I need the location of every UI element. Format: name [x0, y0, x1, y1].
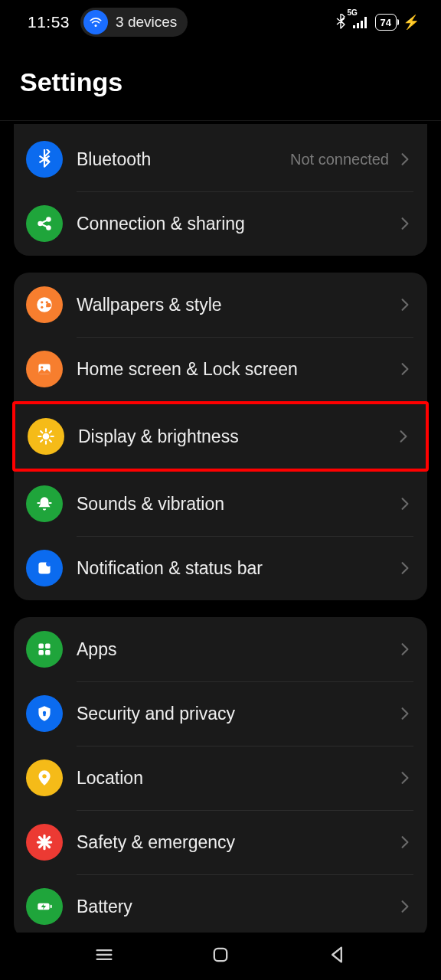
status-right: 5G 74 ⚡: [335, 14, 420, 31]
bluetooth-icon: [26, 141, 63, 178]
bluetooth-status-icon: [335, 14, 346, 31]
row-label: Sounds & vibration: [77, 494, 397, 514]
settings-row-wallpapers[interactable]: Wallpapers & style: [14, 273, 427, 337]
signal-icon: 5G: [352, 16, 369, 28]
chevron-right-icon: [397, 560, 413, 577]
svg-rect-1: [214, 949, 227, 961]
row-label: Display & brightness: [78, 426, 395, 447]
apps-icon: [26, 631, 63, 668]
chevron-right-icon: [397, 834, 413, 851]
chevron-right-icon: [397, 296, 413, 313]
settings-row-safety[interactable]: Safety & emergency: [14, 810, 427, 874]
settings-row-notification[interactable]: Notification & status bar: [14, 536, 427, 600]
page-title: Settings: [20, 67, 421, 97]
row-label: Apps: [77, 639, 397, 660]
status-bar: 11:53 3 devices 5G 74 ⚡: [0, 0, 441, 44]
row-label: Home screen & Lock screen: [77, 359, 397, 380]
settings-row-connection-sharing[interactable]: Connection & sharing: [14, 191, 427, 256]
page-header: Settings: [0, 44, 441, 121]
battery-icon: [26, 888, 63, 925]
chevron-right-icon: [397, 705, 413, 722]
row-label: Connection & sharing: [77, 214, 397, 234]
brightness-icon: [28, 418, 64, 455]
chevron-right-icon: [397, 769, 413, 786]
highlight-box: Display & brightness: [12, 401, 429, 472]
row-label: Battery: [77, 897, 397, 917]
row-label: Safety & emergency: [77, 832, 397, 853]
location-icon: [26, 760, 63, 796]
row-label: Location: [77, 768, 397, 789]
chevron-right-icon: [397, 898, 413, 915]
row-label: Security and privacy: [77, 704, 397, 724]
emergency-icon: [26, 824, 63, 861]
picture-icon: [26, 351, 63, 387]
row-label: Wallpapers & style: [77, 295, 397, 315]
chevron-right-icon: [397, 361, 413, 377]
status-left: 11:53 3 devices: [28, 8, 188, 37]
svg-point-0: [95, 24, 97, 27]
chevron-right-icon: [397, 495, 413, 512]
settings-row-bluetooth[interactable]: BluetoothNot connected: [14, 127, 427, 191]
share-icon: [26, 205, 63, 242]
row-label: Bluetooth: [77, 149, 290, 170]
settings-content[interactable]: BluetoothNot connectedConnection & shari…: [0, 124, 441, 939]
navigation-bar: [0, 933, 441, 980]
settings-row-location[interactable]: Location: [14, 746, 427, 810]
battery-indicator: 74: [375, 14, 397, 31]
settings-row-battery[interactable]: Battery: [14, 874, 427, 939]
bell-icon: [26, 485, 63, 522]
row-label: Notification & status bar: [77, 558, 397, 579]
devices-label: 3 devices: [116, 14, 177, 31]
wifi-icon: [83, 10, 108, 34]
back-button[interactable]: [326, 944, 348, 969]
row-status: Not connected: [290, 151, 389, 168]
settings-group-connectivity: BluetoothNot connectedConnection & shari…: [14, 124, 427, 256]
settings-row-display[interactable]: Display & brightness: [15, 404, 426, 469]
shield-icon: [26, 695, 63, 732]
status-clock: 11:53: [28, 13, 70, 31]
chevron-right-icon: [395, 428, 412, 445]
chevron-right-icon: [397, 641, 413, 658]
network-label: 5G: [348, 8, 358, 17]
recents-button[interactable]: [93, 944, 115, 969]
settings-row-apps[interactable]: Apps: [14, 617, 427, 681]
settings-group-personalization: Wallpapers & styleHome screen & Lock scr…: [14, 273, 427, 600]
charging-icon: ⚡: [403, 14, 420, 31]
palette-icon: [26, 286, 63, 323]
settings-group-system: AppsSecurity and privacyLocationSafety &…: [14, 617, 427, 939]
settings-row-security[interactable]: Security and privacy: [14, 681, 427, 746]
devices-pill[interactable]: 3 devices: [80, 8, 188, 37]
settings-row-sounds[interactable]: Sounds & vibration: [14, 472, 427, 536]
chevron-right-icon: [397, 215, 413, 232]
home-button[interactable]: [210, 944, 231, 969]
chevron-right-icon: [397, 151, 413, 168]
notification-icon: [26, 550, 63, 586]
settings-row-home-lock[interactable]: Home screen & Lock screen: [14, 337, 427, 401]
